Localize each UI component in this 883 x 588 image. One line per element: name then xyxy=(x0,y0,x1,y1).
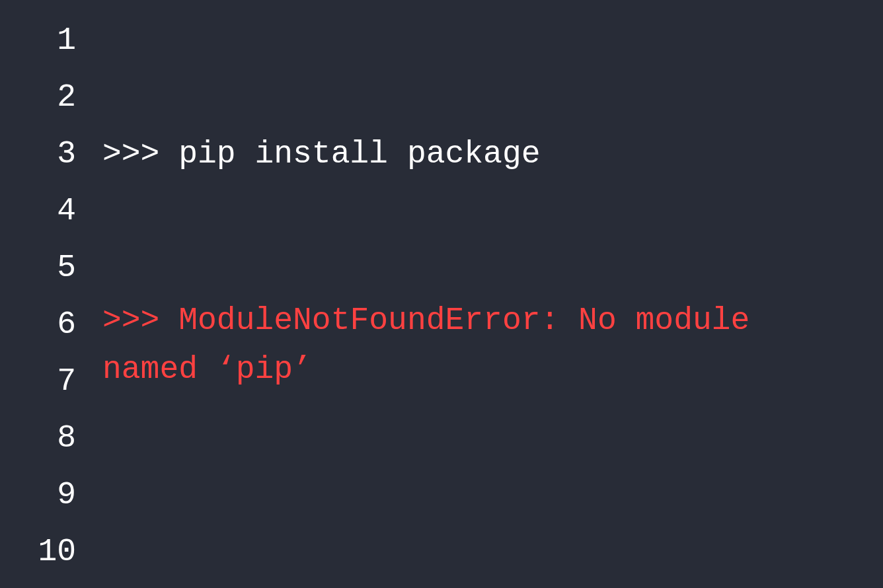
line-number: 2 xyxy=(0,69,76,126)
line-number: 9 xyxy=(0,466,76,523)
line-number: 6 xyxy=(0,296,76,353)
code-editor[interactable]: 1 2 3 4 5 6 7 8 9 10 >>> pip install pac… xyxy=(0,0,883,588)
line-number: 7 xyxy=(0,353,76,410)
code-line: >>> pip install package xyxy=(102,126,857,182)
line-number: 3 xyxy=(0,126,76,182)
code-line xyxy=(102,182,857,239)
line-number: 4 xyxy=(0,182,76,239)
code-line xyxy=(102,239,857,296)
line-number: 10 xyxy=(0,523,76,580)
line-number: 8 xyxy=(0,410,76,466)
line-number-gutter: 1 2 3 4 5 6 7 8 9 10 xyxy=(0,12,76,588)
code-line xyxy=(102,69,857,126)
line-number: 1 xyxy=(0,12,76,69)
code-content[interactable]: >>> pip install package >>> ModuleNotFou… xyxy=(76,12,883,588)
line-number: 5 xyxy=(0,239,76,296)
error-message: >>> ModuleNotFoundError: No module named… xyxy=(102,296,843,394)
code-line xyxy=(102,12,857,69)
